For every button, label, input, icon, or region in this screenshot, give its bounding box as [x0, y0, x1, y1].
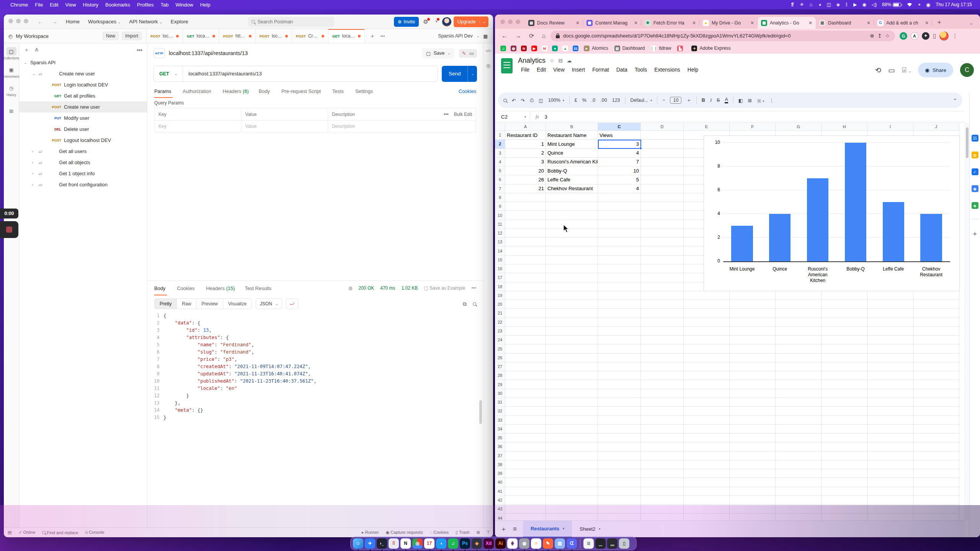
cell-D30[interactable] — [641, 389, 684, 398]
cell-E29[interactable] — [684, 380, 730, 389]
cell-E20[interactable] — [684, 300, 730, 309]
cell-B12[interactable] — [546, 229, 598, 238]
redo-icon[interactable]: ↷ — [521, 98, 524, 103]
column-header-G[interactable]: G — [776, 123, 822, 131]
cell-C12[interactable] — [598, 229, 641, 238]
cell-H24[interactable] — [822, 336, 867, 344]
cell-A34[interactable] — [505, 425, 546, 434]
cell-A30[interactable] — [505, 389, 546, 398]
cell-B36[interactable] — [546, 442, 598, 451]
vertical-scrollbar[interactable] — [965, 123, 969, 520]
url-input[interactable] — [183, 71, 438, 77]
cell-C15[interactable] — [598, 256, 641, 264]
drive-bookmark[interactable]: ▲ — [562, 46, 568, 51]
cell-E31[interactable] — [684, 398, 730, 407]
row-header-10[interactable]: 10 — [495, 211, 505, 220]
cell-A12[interactable] — [505, 229, 546, 238]
side-panel-add-icon[interactable]: ＋ — [972, 229, 978, 238]
cell-D13[interactable] — [641, 238, 684, 246]
cell-A24[interactable] — [505, 336, 546, 344]
cell-E30[interactable] — [684, 389, 730, 398]
reload-icon[interactable]: ⟳ — [526, 32, 537, 39]
text-color-button[interactable]: A — [725, 97, 728, 103]
cell-F41[interactable] — [730, 487, 776, 496]
cell-C39[interactable] — [598, 469, 641, 478]
cell-C4[interactable]: 7 — [598, 158, 641, 166]
cell-C5[interactable]: 10 — [598, 166, 641, 175]
row-header-19[interactable]: 19 — [495, 291, 505, 300]
cell-I19[interactable] — [867, 291, 913, 300]
request-tab[interactable]: POST localh — [147, 29, 183, 43]
format-selector[interactable]: JSON⌄ — [256, 298, 283, 309]
cell-J22[interactable] — [913, 318, 959, 327]
column-header-I[interactable]: I — [867, 123, 913, 131]
row-header-4[interactable]: 4 — [495, 158, 505, 166]
omnibox[interactable]: ⊕ ↥ ☆ — [550, 31, 895, 41]
bold-button[interactable]: B — [702, 98, 705, 103]
chevron-icon[interactable]: ⌄ — [24, 60, 28, 65]
cell-C10[interactable] — [598, 211, 641, 220]
cell-E22[interactable] — [684, 318, 730, 327]
forward-icon[interactable]: → — [513, 33, 524, 39]
cookies-link[interactable]: Cookies — [459, 88, 476, 94]
dock-app-icon[interactable]: ☺ — [353, 538, 363, 549]
cell-G27[interactable] — [776, 362, 822, 371]
row-header-22[interactable]: 22 — [495, 318, 505, 327]
cell-A7[interactable]: 21 — [505, 184, 546, 193]
chevron-down-icon[interactable]: ⌄ — [480, 20, 488, 24]
star-icon[interactable]: ☆ — [550, 58, 554, 64]
cell-H30[interactable] — [822, 389, 867, 398]
calendar-bookmark[interactable]: 31 — [573, 46, 578, 51]
tree-item[interactable]: POST Logout localhost DEV — [19, 135, 147, 146]
cell-G29[interactable] — [776, 380, 822, 389]
zoom-button[interactable] — [516, 20, 520, 24]
cell-A37[interactable] — [505, 452, 546, 460]
row-header-33[interactable]: 33 — [495, 416, 505, 425]
row-header-41[interactable]: 41 — [495, 487, 505, 496]
request-tab[interactable]: POST http:// — [219, 29, 256, 43]
bookmark-item[interactable]: ▸ Atomics — [584, 46, 608, 51]
request-tab[interactable]: GET localho — [183, 29, 219, 43]
dock-app-icon[interactable]: ◖ — [436, 538, 446, 549]
italic-button[interactable]: I — [710, 98, 712, 103]
search-input[interactable] — [258, 19, 319, 24]
cell-D21[interactable] — [641, 309, 684, 318]
cell-C23[interactable] — [598, 327, 641, 336]
cell-G31[interactable] — [776, 398, 822, 407]
cell-A43[interactable] — [505, 505, 546, 514]
dock-app-icon[interactable]: ◍ — [519, 538, 529, 549]
dock-minimized-icon[interactable]: ≣ — [583, 538, 594, 549]
menu-item[interactable]: Tools — [632, 66, 650, 73]
capture-requests-button[interactable]: ◉ Capture requests — [386, 530, 423, 535]
cell-J21[interactable] — [913, 309, 959, 318]
dock-app-icon[interactable]: ›_ — [377, 538, 387, 549]
cell-H22[interactable] — [822, 318, 867, 327]
browser-tab[interactable]: ▲ My Drive - Go ✕ — [699, 17, 758, 29]
gmail-bookmark[interactable]: M — [542, 46, 547, 51]
bulk-edit-link[interactable]: Bulk Edit — [454, 112, 472, 117]
row-header-37[interactable]: 37 — [495, 452, 505, 460]
nav-api-network[interactable]: API Network ⌄ — [129, 19, 162, 24]
cell-I29[interactable] — [867, 380, 913, 389]
request-tab[interactable]: POST Create n — [292, 29, 328, 43]
cell-J29[interactable] — [913, 380, 959, 389]
cell-C27[interactable] — [598, 362, 641, 371]
user-circle-icon[interactable]: ◉ — [859, 2, 869, 7]
cell-A40[interactable] — [505, 478, 546, 487]
cell-B2[interactable]: Mint Lounge — [546, 140, 598, 148]
cell-C26[interactable] — [598, 354, 641, 362]
cell-G40[interactable] — [776, 478, 822, 487]
cell-G26[interactable] — [776, 354, 822, 362]
cell-D12[interactable] — [641, 229, 684, 238]
row-header-18[interactable]: 18 — [495, 282, 505, 291]
cell-B35[interactable] — [546, 434, 598, 442]
minimize-button[interactable] — [508, 20, 513, 24]
dock-minimized-icon[interactable]: ▯ — [619, 538, 629, 549]
nav-home[interactable]: Home — [66, 19, 80, 24]
cell-J39[interactable] — [913, 469, 959, 478]
cell-F39[interactable] — [730, 469, 776, 478]
cell-I42[interactable] — [867, 496, 913, 505]
row-header-26[interactable]: 26 — [495, 354, 505, 362]
merge-cells-icon[interactable]: ▣ ▾ — [757, 98, 764, 103]
code-snippet-icon[interactable]: </> — [486, 49, 491, 53]
